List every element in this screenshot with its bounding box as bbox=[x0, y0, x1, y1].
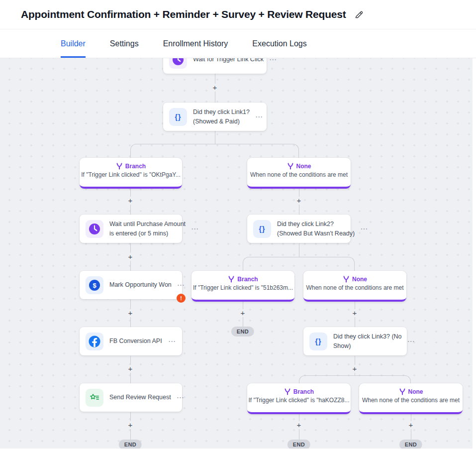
node-label: Did they click Link1?(Showed & Paid) bbox=[193, 108, 250, 125]
scrollbar-track[interactable] bbox=[473, 58, 476, 449]
node-send-review-request[interactable]: Send Review Request ··· bbox=[80, 383, 182, 412]
branch-condition: When none of the conditions are met bbox=[303, 284, 406, 291]
none-node-3[interactable]: None When none of the conditions are met bbox=[359, 383, 463, 414]
add-step-button[interactable]: + bbox=[295, 421, 303, 429]
node-wait-until-purchase-amount[interactable]: Wait until Purchase Amountis entered (or… bbox=[80, 215, 182, 243]
more-menu[interactable]: ··· bbox=[408, 338, 415, 345]
branch-title: None bbox=[303, 276, 406, 283]
add-step-button[interactable]: + bbox=[211, 84, 219, 92]
tab-enrollment-history[interactable]: Enrollment History bbox=[163, 29, 228, 58]
branch-condition: When none of the conditions are met bbox=[247, 171, 351, 178]
branch-icon bbox=[343, 276, 350, 283]
pencil-icon bbox=[354, 9, 364, 19]
add-step-button[interactable]: + bbox=[351, 309, 359, 317]
page-header: Appointment Confirmation + Reminder + Su… bbox=[0, 0, 476, 29]
none-node-2[interactable]: None When none of the conditions are met bbox=[303, 271, 406, 302]
add-step-button[interactable]: + bbox=[295, 197, 303, 205]
tab-execution-logs[interactable]: Execution Logs bbox=[252, 29, 306, 58]
end-badge: END bbox=[287, 440, 310, 449]
node-did-they-click-link1[interactable]: {} Did they click Link1?(Showed & Paid) … bbox=[163, 103, 267, 131]
braces-icon: {} bbox=[309, 333, 327, 350]
branch-condition: When none of the conditions are met bbox=[359, 397, 463, 404]
review-star-icon bbox=[86, 389, 103, 407]
branch-condition: If "Trigger Link clicked" is "51b263m... bbox=[191, 284, 294, 291]
add-step-button[interactable]: + bbox=[126, 197, 134, 205]
connector-line bbox=[299, 243, 299, 257]
add-step-button[interactable]: + bbox=[126, 309, 134, 317]
node-label: Did they click Link3? (NoShow) bbox=[333, 332, 402, 350]
connector-fork-left bbox=[130, 144, 215, 158]
node-label: Mark Opportunity Won bbox=[109, 280, 172, 289]
edit-title-button[interactable] bbox=[354, 9, 364, 19]
connector-fork-left bbox=[243, 257, 299, 271]
branch-icon bbox=[116, 163, 123, 170]
more-menu[interactable]: ··· bbox=[178, 282, 185, 289]
tab-settings[interactable]: Settings bbox=[110, 29, 139, 58]
more-menu[interactable]: ··· bbox=[361, 225, 368, 232]
add-step-button[interactable]: + bbox=[239, 309, 247, 317]
clock-icon bbox=[86, 220, 103, 238]
add-step-button[interactable]: + bbox=[126, 365, 134, 373]
workflow-canvas[interactable]: + + + + + + + + + + + + END END END END … bbox=[0, 58, 476, 449]
node-label: Send Review Request bbox=[109, 393, 171, 402]
end-badge: END bbox=[231, 327, 254, 337]
more-menu[interactable]: ··· bbox=[177, 394, 185, 401]
none-node-1[interactable]: None When none of the conditions are met bbox=[247, 158, 351, 189]
more-menu[interactable]: ··· bbox=[270, 58, 277, 63]
tab-builder[interactable]: Builder bbox=[61, 29, 86, 58]
branch-condition: If "Trigger Link clicked" is "haKOZZ8... bbox=[247, 397, 351, 404]
node-fb-conversion-api[interactable]: FB Conversion API ··· bbox=[80, 327, 182, 355]
end-badge: END bbox=[399, 440, 422, 449]
branch-icon bbox=[399, 388, 406, 395]
node-did-they-click-link2[interactable]: {} Did they click Link2?(Showed But Wasn… bbox=[247, 215, 351, 243]
branch-icon bbox=[228, 276, 235, 283]
node-wait-for-trigger-link-click[interactable]: Wait for Trigger Link Click ··· bbox=[163, 58, 267, 74]
branch-title: Branch bbox=[80, 163, 182, 170]
branch-icon bbox=[287, 163, 294, 170]
node-label: Wait for Trigger Link Click bbox=[193, 58, 264, 64]
page-title: Appointment Confirmation + Reminder + Su… bbox=[21, 8, 346, 20]
more-menu[interactable]: ··· bbox=[256, 113, 263, 120]
more-menu[interactable]: ··· bbox=[169, 338, 176, 345]
more-menu[interactable]: ··· bbox=[191, 225, 199, 232]
connector-fork-right bbox=[215, 144, 299, 158]
svg-text:$: $ bbox=[93, 281, 96, 289]
branch-title: None bbox=[247, 163, 351, 170]
clock-icon bbox=[169, 58, 187, 69]
connector-fork-right bbox=[355, 375, 411, 383]
branch-title: Branch bbox=[247, 388, 351, 395]
facebook-icon bbox=[86, 333, 103, 350]
connector-line bbox=[215, 131, 215, 144]
node-label: FB Conversion API bbox=[109, 337, 163, 345]
node-label: Wait until Purchase Amountis entered (or… bbox=[109, 220, 186, 237]
braces-icon: {} bbox=[253, 220, 271, 238]
connector-fork-left bbox=[299, 375, 355, 383]
connector-fork-right bbox=[299, 257, 355, 271]
branch-node-2[interactable]: Branch If "Trigger Link clicked" is "51b… bbox=[191, 271, 294, 302]
node-mark-opportunity-won[interactable]: $ Mark Opportunity Won ··· ! bbox=[80, 271, 182, 299]
branch-node-1[interactable]: Branch If "Trigger Link clicked" is "OKt… bbox=[80, 158, 182, 189]
add-step-button[interactable]: + bbox=[126, 253, 134, 261]
branch-title: None bbox=[359, 388, 463, 395]
warning-badge-icon: ! bbox=[177, 294, 186, 303]
branch-icon bbox=[284, 388, 291, 395]
node-did-they-click-link3[interactable]: {} Did they click Link3? (NoShow) ··· bbox=[303, 327, 407, 355]
branch-condition: If "Trigger Link clicked" is "OKtPgaY... bbox=[80, 171, 182, 178]
add-step-button[interactable]: + bbox=[126, 421, 134, 429]
add-step-button[interactable]: + bbox=[351, 365, 359, 373]
dollar-icon: $ bbox=[86, 276, 103, 294]
braces-icon: {} bbox=[169, 108, 187, 126]
branch-title: Branch bbox=[191, 276, 294, 283]
tab-bar: Builder Settings Enrollment History Exec… bbox=[0, 29, 476, 58]
add-step-button[interactable]: + bbox=[407, 421, 415, 429]
node-label: Did they click Link2?(Showed But Wasn't … bbox=[277, 220, 355, 237]
end-badge: END bbox=[119, 440, 142, 449]
branch-node-3[interactable]: Branch If "Trigger Link clicked" is "haK… bbox=[247, 383, 351, 414]
